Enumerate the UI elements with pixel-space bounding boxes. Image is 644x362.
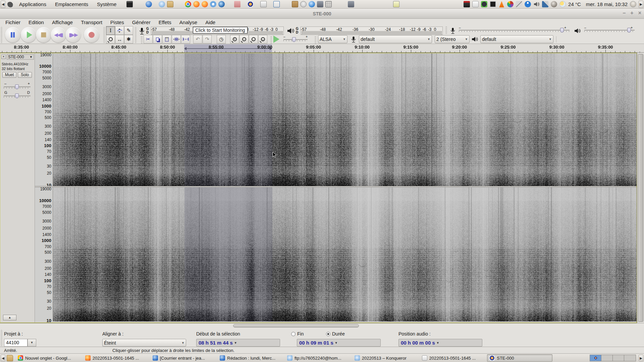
taskbar-button[interactable]: 20220513-0501-1645 ... <box>420 354 485 362</box>
video-recorder-tray-icon[interactable] <box>464 1 470 7</box>
transport-toolbar-grip[interactable] <box>1 26 2 43</box>
project-rate-input[interactable]: 44100 <box>4 339 28 347</box>
workspace-switcher[interactable] <box>590 355 636 361</box>
frequency-scale-left[interactable]: 1900010000700050003000200014001000700500… <box>35 53 53 186</box>
google-earth-launcher-icon[interactable] <box>218 1 225 7</box>
silence-audio-button[interactable] <box>181 35 190 44</box>
taskbar-button[interactable]: 20220513-0501-1645 ... <box>83 354 148 362</box>
video-player-launcher-icon[interactable] <box>317 1 323 7</box>
recording-channels-select[interactable]: 2 (Stereo▼ <box>435 35 470 43</box>
skip-to-start-button[interactable]: ◀◀▮ <box>51 27 66 43</box>
sync-lock-button[interactable]: ◷ <box>217 35 226 44</box>
workspace-1[interactable] <box>590 355 601 361</box>
stop-button[interactable] <box>36 27 51 43</box>
track-name-menu[interactable]: STE-000▼ <box>7 54 34 60</box>
color-manager-tray-icon[interactable] <box>507 1 514 7</box>
draw-tool-button[interactable]: ✎ <box>124 26 133 35</box>
menu-aide[interactable]: Aide <box>202 19 219 25</box>
skip-to-end-button[interactable]: ▮▶▶ <box>65 27 81 43</box>
menu-applications[interactable]: Applications <box>16 1 50 8</box>
transcription-toolbar-grip[interactable] <box>270 36 272 44</box>
terminal-launcher-icon[interactable] <box>126 1 133 7</box>
spectrogram-channel-right[interactable] <box>53 187 637 321</box>
taskbar-button[interactable]: 20220513 – Konqueror <box>353 354 417 362</box>
selection-length-radio[interactable]: Durée <box>326 331 345 337</box>
close-button[interactable]: × <box>638 10 641 16</box>
redo-button[interactable]: ↷ <box>203 35 212 44</box>
konqueror-launcher-icon[interactable] <box>159 1 165 7</box>
workspace-4[interactable] <box>624 355 636 361</box>
recording-volume-slider[interactable]: –+ <box>459 28 570 32</box>
pan-slider[interactable]: GD <box>4 94 31 98</box>
media-player-launcher-icon[interactable] <box>309 1 315 7</box>
selection-start-time[interactable]: 08 h 51 m 44 s▼ <box>196 339 280 347</box>
zoom-in-button[interactable]: + <box>230 35 239 44</box>
track-close-button[interactable]: ✕ <box>1 55 6 59</box>
playback-device-select[interactable]: default▼ <box>480 35 553 43</box>
menu-emplacements[interactable]: Emplacements <box>52 1 92 8</box>
vertical-scrollbar-thumb[interactable] <box>638 54 643 322</box>
clipboard-launcher-icon[interactable] <box>292 1 298 7</box>
menu-générer[interactable]: Générer <box>129 19 154 25</box>
switch-tray-icon[interactable] <box>472 1 479 7</box>
track-collapse-button[interactable]: ▲ <box>3 315 16 320</box>
chromium-launcher-icon[interactable] <box>210 1 216 7</box>
audacity-launcher-icon[interactable] <box>247 1 254 7</box>
vlc-tray-icon[interactable] <box>498 1 505 7</box>
panel-collapse-right-icon[interactable]: ▶ <box>639 1 643 8</box>
libreoffice-launcher-icon[interactable] <box>273 1 280 7</box>
weather-icon[interactable] <box>559 1 566 7</box>
selection-toolbar-grip[interactable] <box>1 329 2 346</box>
file-manager-launcher-icon[interactable] <box>167 1 173 7</box>
taskbar-button[interactable]: ftp://u76052240@hom... <box>285 354 350 362</box>
multi-tool-button[interactable]: ✱ <box>124 35 133 44</box>
taskbar-button[interactable]: STE-000 <box>487 354 552 362</box>
file-manager-tray-icon[interactable] <box>7 355 13 361</box>
taskbar-collapse-left-icon[interactable]: ◀ <box>1 355 5 361</box>
chrome-launcher-icon[interactable] <box>185 1 191 7</box>
volume-tray-icon[interactable] <box>533 1 540 7</box>
horizontal-scrollbar[interactable] <box>0 323 644 328</box>
tools-toolbar-grip[interactable] <box>103 26 105 43</box>
minimize-button[interactable]: – <box>623 10 626 16</box>
tools-tray-icon[interactable] <box>516 1 522 7</box>
menu-pistes[interactable]: Pistes <box>107 19 127 25</box>
selection-end-radio[interactable]: Fin <box>291 331 304 337</box>
menu-edition[interactable]: Edition <box>25 19 47 25</box>
play-button[interactable] <box>21 27 36 43</box>
selection-left-arrow-icon[interactable] <box>184 47 186 50</box>
gimp-tray-icon[interactable] <box>551 1 557 7</box>
mixer-toolbar-grip[interactable] <box>445 26 447 34</box>
envelope-tool-button[interactable] <box>115 26 124 35</box>
gain-slider[interactable]: –+ <box>4 85 31 89</box>
clock-label[interactable]: mer. 18 mai, 10:32 <box>586 1 628 7</box>
menu-transport[interactable]: Transport <box>77 19 106 25</box>
maximize-button[interactable]: + <box>630 10 633 16</box>
menu-fichier[interactable]: Fichier <box>2 19 24 25</box>
text-editor-launcher-icon[interactable] <box>260 1 267 7</box>
meter-toolbar-grip[interactable] <box>135 26 137 43</box>
menu-affichage[interactable]: Affichage <box>49 19 76 25</box>
taskbar-button[interactable]: [Courrier entrant - jea... <box>151 354 215 362</box>
spectrogram-channel-left[interactable] <box>53 53 637 186</box>
undo-button[interactable]: ↶ <box>193 35 202 44</box>
recording-device-select[interactable]: default▼ <box>359 35 432 43</box>
audio-position-time[interactable]: 00 h 00 m 00 s▼ <box>398 339 482 347</box>
panel-collapse-left-icon[interactable]: ◀ <box>1 1 5 8</box>
copy-button[interactable] <box>153 35 162 44</box>
playback-meter[interactable]: -57-48-42-36-30-24-18-12-9-6-30 <box>301 26 443 35</box>
selection-duration-time[interactable]: 00 h 09 m 01 s▼ <box>297 339 381 347</box>
pause-button[interactable] <box>5 27 20 43</box>
firefox-launcher-icon[interactable] <box>193 1 200 7</box>
menu-effets[interactable]: Effets <box>155 19 175 25</box>
menu-analyse[interactable]: Analyse <box>176 19 201 25</box>
taskbar-button[interactable]: Rédaction : lundi, Merc... <box>218 354 282 362</box>
movie-editor-launcher-icon[interactable] <box>348 1 354 7</box>
project-rate-dropdown-icon[interactable]: ▼ <box>28 339 36 347</box>
zoom-out-button[interactable]: − <box>239 35 249 44</box>
timeshift-tool-button[interactable]: ↔ <box>115 35 124 44</box>
mute-button[interactable]: Muet <box>2 72 16 78</box>
window-titlebar[interactable]: STE-000 – + × <box>0 9 644 19</box>
workspace-2[interactable] <box>601 355 613 361</box>
bird-app-tray-icon[interactable] <box>481 1 487 7</box>
